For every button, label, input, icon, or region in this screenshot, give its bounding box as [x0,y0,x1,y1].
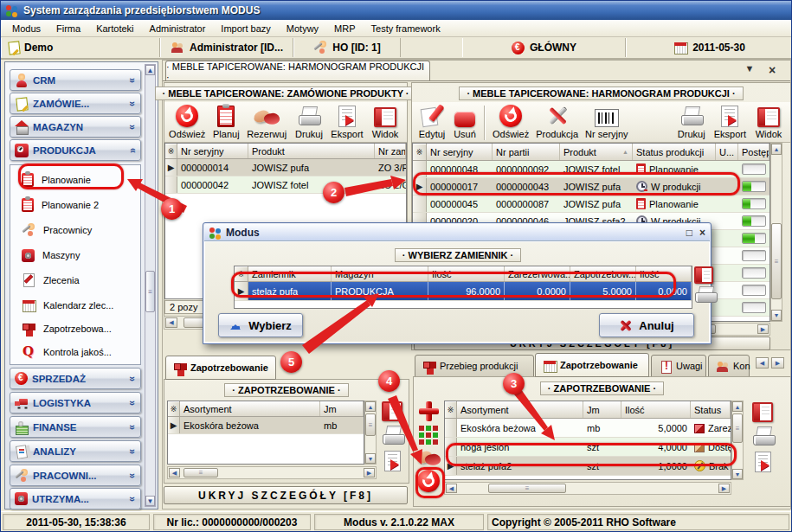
table-row-selected[interactable]: ▶ stelaż pufa PRODUKCJA 96,0000 0,0000 5… [235,282,692,301]
column-header[interactable]: Nr partii [493,144,560,160]
scroll-down-icon[interactable]: ▼ [365,453,376,464]
scroll-thumb[interactable]: ≡ [365,413,376,436]
print-icon[interactable] [694,286,713,304]
delete-button[interactable]: Usuń [450,102,480,140]
sidebar-item-pracownicy[interactable]: Pracownicy [14,219,135,241]
scroll-down-icon[interactable]: ▼ [145,496,155,506]
sidebar-item-zlecenia[interactable]: Zlecenia [14,269,135,292]
column-header[interactable]: Jm [583,401,621,418]
sidebar-item-maszyny[interactable]: Maszyny [14,244,135,266]
demand-left-vscrollbar[interactable]: ▲ ≡ ▼ [364,401,377,465]
menu-item-firma[interactable]: Firma [48,21,88,36]
refresh-icon[interactable] [417,470,440,492]
column-header[interactable]: Magazyn [332,266,428,281]
column-header[interactable]: Ilość [428,266,505,281]
table-row[interactable]: ▶ Ekoskóra beżowa mb [168,417,364,434]
sidebar-group-production[interactable]: PRODUKCJA» [10,139,141,161]
refresh-button[interactable]: Odśwież [168,102,206,140]
hide-details-button[interactable]: UKRYJ SZCZEGÓŁY [F8] [164,486,408,504]
export-button[interactable]: Eksport [712,102,749,140]
tab-close-icon[interactable]: × [764,63,780,77]
table-row[interactable]: 0000000480000000092JOWISZ fotelPlanowani… [413,161,769,178]
table-row[interactable]: Ekoskóra beżowamb5,0000Zarez [445,419,731,438]
sidebar-item-kontrola-jakosci[interactable]: Kontrola jakoś... [14,341,135,363]
view-button[interactable]: Widok [750,102,787,140]
demand-right-vscrollbar[interactable]: ▲ ≡ ▼ [731,401,744,480]
column-header[interactable]: Postęp [738,144,769,160]
tab-kontrola[interactable]: Kon [708,355,750,377]
column-header[interactable]: Ilość [621,401,691,418]
export-icon[interactable] [384,451,401,471]
schedule-vscrollbar[interactable]: ▲ ≡ ▼ [770,143,782,322]
scroll-up-icon[interactable]: ▲ [732,401,743,412]
menu-item-mrp[interactable]: MRP [326,21,363,36]
menu-item-modus[interactable]: Modus [4,21,48,36]
column-header[interactable]: U... [716,144,738,160]
demand-left-hscrollbar[interactable]: ◀ ≡ ▶ [167,466,377,479]
tabs-scroll-right-icon[interactable]: ▶ [771,357,784,369]
sidebar-scrollbar[interactable]: ▲ ≡ ▼ [145,64,156,507]
sidebar-group-orders[interactable]: ZAMÓWIE...» [10,93,141,114]
scroll-thumb[interactable]: ≡ [145,271,155,312]
sidebar-group-analysis[interactable]: ANALIZY» [10,440,141,462]
scroll-down-icon[interactable]: ▼ [732,469,743,479]
production-button[interactable]: Produkcja [533,102,581,140]
scroll-thumb[interactable]: ≡ [488,484,566,493]
serial-number-button[interactable]: Nr seryjny [583,102,631,140]
print-icon[interactable] [752,426,773,447]
table-row[interactable]: ▶stelaż pufa2szt1,0000Brak [445,457,731,476]
scroll-left-icon[interactable]: ◀ [446,484,457,493]
column-header[interactable]: Nr zamów [375,144,406,158]
sidebar-item-planowanie[interactable]: Planowanie [14,169,135,191]
refresh-button[interactable]: Odśwież [490,102,531,140]
menu-item-administrator[interactable]: Administrator [142,21,214,36]
view-icon[interactable] [694,266,713,284]
column-header[interactable]: Jm [320,401,364,416]
column-header[interactable]: Zamiennik [248,266,332,281]
grid-icon[interactable] [419,426,439,445]
cancel-button[interactable]: Anuluj [599,313,694,337]
sidebar-item-zapotrzebowanie[interactable]: Zapotrzebowa... [14,317,135,340]
scroll-up-icon[interactable]: ▲ [145,65,155,75]
print-button[interactable]: Drukuj [291,102,327,140]
view-icon[interactable] [382,401,402,421]
sidebar-group-logistics[interactable]: LOGISTYKA» [10,392,141,413]
sidebar-group-warehouse[interactable]: MAGAZYN» [10,116,141,138]
table-row[interactable]: 000000042 JOWISZ fotel ZO 2/GŁA [165,176,406,194]
table-row[interactable]: ▶0000000170000000043JOWISZ pufaW produkc… [413,178,769,195]
column-header[interactable]: Produkt▲ [560,144,633,160]
menu-item-import-bazy[interactable]: Import bazy [213,21,278,36]
column-header[interactable]: Ilość [636,266,692,281]
sidebar-group-sales[interactable]: SPRZEDAŻ» [10,368,141,389]
tab-zapotrzebowanie-left[interactable]: Zapotrzebowanie [165,356,276,380]
sidebar-group-employees[interactable]: PRACOWNI...» [10,465,141,486]
sidebar-group-maintenance[interactable]: UTRZYMA...» [10,488,141,510]
scroll-thumb[interactable]: ≡ [771,223,782,299]
sidebar-item-planowanie-2[interactable]: Planowanie 2 [14,194,135,216]
scroll-right-icon[interactable]: ▶ [718,484,730,493]
print-button[interactable]: Drukuj [673,102,710,140]
table-row[interactable]: noga jesionszt4,0000Dostę [445,438,731,457]
scroll-down-icon[interactable]: ▼ [771,310,782,321]
tabs-scroll-left-icon[interactable]: ◀ [756,357,769,369]
column-header[interactable]: Nr seryjny [427,144,493,160]
edit-button[interactable]: Edytuj [415,102,448,140]
tab-dropdown-icon[interactable]: ▼ [742,63,757,77]
demand-right-hscrollbar[interactable]: ◀ ≡ ▶ [444,482,731,495]
sidebar-group-finance[interactable]: FINANSE» [10,416,141,438]
scroll-up-icon[interactable]: ▲ [365,401,376,412]
column-header[interactable]: Status produkcji [633,144,716,160]
view-icon[interactable] [752,402,773,422]
reserve-button[interactable]: Rezerwuj [246,102,287,140]
scroll-left-icon[interactable]: ◀ [165,317,177,328]
modal-maximize-icon[interactable]: □ [686,227,692,239]
add-icon[interactable] [418,401,440,422]
modal-close-icon[interactable]: × [699,227,705,239]
menu-item-testy-framework[interactable]: Testy framework [364,21,448,36]
sidebar-item-kalendarz[interactable]: Kalendarz zlec... [14,294,135,317]
main-tab[interactable]: · MEBLE TAPICEROWANE: HARMONOGRAM PRODUK… [165,61,430,81]
column-header[interactable]: Nr seryjny [177,144,248,158]
table-row[interactable]: ▶ 000000014 JOWISZ pufa ZO 3/PRA [165,159,406,176]
scroll-thumb[interactable]: ≡ [732,413,743,443]
column-header[interactable]: Status [691,401,731,418]
